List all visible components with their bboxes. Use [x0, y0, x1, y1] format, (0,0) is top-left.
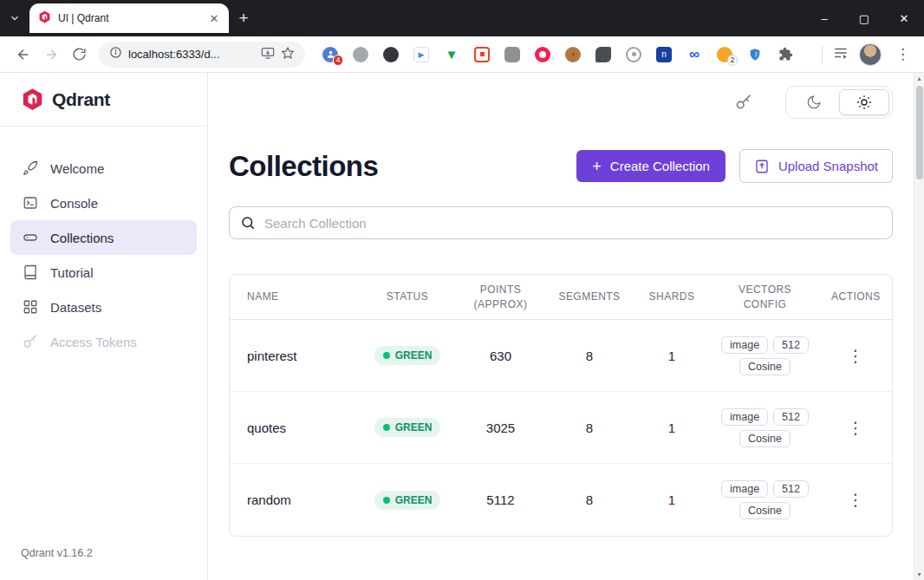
browser-tab[interactable]: UI | Qdrant ✕	[29, 3, 229, 33]
key-icon	[23, 334, 38, 349]
plus-icon: +	[592, 159, 602, 174]
extension-icon-profile[interactable]: 4	[322, 47, 338, 62]
tab-close-icon[interactable]: ✕	[206, 10, 222, 26]
address-bar[interactable]: localhost:6333/d...	[99, 42, 305, 68]
status-dot-icon	[383, 352, 390, 359]
extension-icon-opera[interactable]	[535, 47, 550, 62]
qdrant-favicon-icon	[38, 10, 51, 27]
qdrant-logo[interactable]: Qdrant	[0, 73, 207, 127]
table-row: random GREEN 5112 8 1 image512 Cosine ⋮	[230, 464, 892, 536]
row-actions-menu-icon[interactable]: ⋮	[819, 418, 892, 438]
extension-icon-2[interactable]	[353, 47, 368, 62]
new-tab-button[interactable]: +	[229, 0, 258, 36]
sidebar-item-access-tokens[interactable]: Access Tokens	[10, 324, 197, 359]
browser-window: UI | Qdrant ✕ + – ▢ ✕ localhost:6333/d..…	[0, 0, 924, 580]
vectors-config: image512 Cosine	[711, 336, 819, 375]
row-actions-menu-icon[interactable]: ⋮	[819, 346, 892, 366]
extension-icon-download[interactable]: ▼	[444, 47, 459, 62]
main-content: Collections + Create Collection Upload S…	[208, 73, 914, 580]
collection-name-link[interactable]: quotes	[230, 420, 360, 435]
back-button[interactable]	[10, 42, 36, 68]
sidebar-item-tutorial[interactable]: Tutorial	[10, 255, 197, 290]
bookmark-star-icon[interactable]	[281, 46, 295, 63]
sidebar-item-datasets[interactable]: Datasets	[10, 290, 197, 324]
segments-value: 8	[546, 420, 633, 435]
sidebar-item-label: Welcome	[50, 161, 104, 176]
site-info-icon[interactable]	[109, 46, 122, 62]
extension-icon-7[interactable]	[504, 47, 520, 62]
sun-icon	[856, 94, 872, 110]
status-dot-icon	[383, 497, 390, 504]
sidebar-item-label: Collections	[50, 231, 114, 245]
tab-title: UI | Qdrant	[58, 12, 199, 24]
window-close-button[interactable]: ✕	[884, 0, 924, 36]
extension-icon-infinity[interactable]: ∞	[686, 47, 702, 62]
sidebar-item-welcome[interactable]: Welcome	[10, 151, 197, 186]
extension-icon-shield[interactable]	[747, 47, 763, 62]
scrollbar-up-arrow[interactable]: ▲	[916, 73, 922, 84]
window-minimize-button[interactable]: –	[804, 0, 844, 36]
extensions-puzzle-icon[interactable]	[778, 47, 793, 62]
profile-avatar[interactable]	[859, 43, 882, 66]
extension-icon-12[interactable]: n	[656, 47, 672, 62]
browser-menu-icon[interactable]: ⋮	[892, 45, 914, 63]
extension-badge: 2	[727, 55, 738, 66]
column-header-points: POINTS (APPROX)	[455, 283, 546, 310]
vector-distance-chip: Cosine	[739, 430, 791, 447]
reload-button[interactable]	[66, 42, 92, 68]
collection-name-link[interactable]: pinterest	[230, 349, 360, 363]
extension-icon-3[interactable]	[383, 47, 399, 62]
collection-name-link[interactable]: random	[230, 492, 360, 507]
moon-icon	[806, 94, 822, 110]
main-header	[229, 73, 893, 127]
vectors-config: image512 Cosine	[711, 408, 819, 447]
page-title: Collections	[229, 150, 378, 183]
sidebar-item-collections[interactable]: Collections	[10, 220, 197, 255]
tutorial-icon	[23, 264, 38, 280]
row-actions-menu-icon[interactable]: ⋮	[819, 490, 892, 510]
media-controls-icon[interactable]	[833, 45, 849, 64]
shards-value: 1	[633, 349, 711, 363]
extension-icon-cookie[interactable]	[565, 47, 581, 62]
extension-icon-capture[interactable]	[474, 47, 490, 62]
vector-name-chip: image	[721, 336, 768, 354]
vector-distance-chip: Cosine	[739, 358, 791, 375]
window-maximize-button[interactable]: ▢	[844, 0, 884, 36]
page-scrollbar[interactable]: ▲ ▼	[914, 73, 924, 580]
points-value: 630	[455, 349, 546, 363]
shards-value: 1	[633, 492, 711, 507]
status-badge: GREEN	[374, 491, 441, 510]
search-input[interactable]	[264, 216, 882, 231]
extension-icon-4[interactable]: ▶	[413, 47, 429, 62]
dark-mode-button[interactable]	[789, 89, 839, 115]
vectors-config: image512 Cosine	[711, 480, 819, 519]
sidebar-item-label: Console	[50, 196, 98, 211]
column-header-status: STATUS	[360, 290, 455, 303]
column-header-vectors: VECTORS CONFIG	[711, 283, 819, 310]
collections-icon	[23, 230, 38, 245]
send-to-device-icon[interactable]	[261, 46, 275, 63]
extension-icon-14[interactable]: 2	[717, 47, 732, 62]
extension-icon-10[interactable]	[595, 47, 611, 62]
upload-snapshot-button[interactable]: Upload Snapshot	[739, 149, 893, 183]
toolbar-separator	[822, 46, 823, 63]
forward-button[interactable]	[38, 42, 64, 68]
api-key-icon[interactable]	[735, 94, 752, 111]
url-text: localhost:6333/d...	[128, 48, 255, 61]
scrollbar-down-arrow[interactable]: ▼	[916, 569, 922, 580]
extensions-row: 4 ▶ ▼ n ∞ 2	[322, 47, 793, 62]
vector-size-chip: 512	[773, 408, 809, 426]
tab-search-chevron-icon[interactable]	[0, 0, 29, 36]
collections-table: NAME STATUS POINTS (APPROX) SEGMENTS SHA…	[229, 274, 893, 537]
create-collection-button[interactable]: + Create Collection	[576, 150, 726, 182]
vector-name-chip: image	[721, 480, 768, 498]
table-header-row: NAME STATUS POINTS (APPROX) SEGMENTS SHA…	[230, 275, 892, 320]
segments-value: 8	[546, 349, 633, 363]
shards-value: 1	[633, 420, 711, 435]
sidebar-item-console[interactable]: Console	[10, 186, 197, 220]
light-mode-button[interactable]	[839, 89, 889, 115]
extension-badge: 4	[333, 55, 343, 66]
scrollbar-thumb[interactable]	[916, 86, 923, 179]
extension-icon-11[interactable]	[626, 47, 641, 62]
browser-toolbar: localhost:6333/d... 4 ▶ ▼ n ∞	[0, 36, 924, 73]
